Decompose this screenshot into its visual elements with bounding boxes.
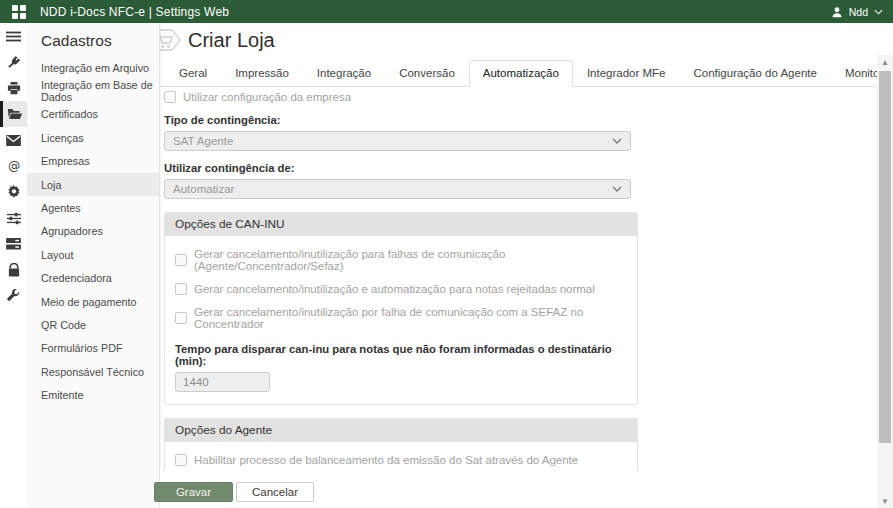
main-area: Criar Loja GeralImpressãoIntegraçãoConve… xyxy=(160,23,877,508)
checkbox-label: Gerar cancelamento/inutilização e automa… xyxy=(194,283,595,295)
sidebar-item-emitente[interactable]: Emitente xyxy=(27,383,159,406)
sidebar-item-integracao-em-arquivo[interactable]: Integração em Arquivo xyxy=(27,56,159,79)
sidebar-item-loja[interactable]: Loja xyxy=(27,173,159,196)
svg-text:@: @ xyxy=(7,159,19,173)
section-title: Opções de CAN-INU xyxy=(165,213,637,236)
section-opcoes-do-agente: Opções do AgenteHabilitar processo de ba… xyxy=(164,418,638,470)
chevron-down-icon xyxy=(612,184,622,194)
user-icon xyxy=(831,6,843,18)
sliders-icon xyxy=(7,212,21,225)
sidebar-item-empresas[interactable]: Empresas xyxy=(27,150,159,173)
sidebar-menu: Integração em ArquivoIntegração em Base … xyxy=(27,56,159,407)
icon-rail: @ xyxy=(0,23,27,508)
sidebar-item-responsavel-tecnico[interactable]: Responsável Técnico xyxy=(27,360,159,383)
sidebar-item-credenciadora[interactable]: Credenciadora xyxy=(27,267,159,290)
rail-item-folder-open[interactable] xyxy=(0,101,27,127)
lock-icon xyxy=(8,263,20,277)
rail-item-menu[interactable] xyxy=(0,23,27,49)
chevron-down-icon xyxy=(612,136,622,146)
chevron-down-icon xyxy=(874,9,883,15)
contingency-use-select[interactable]: Automatizar xyxy=(164,179,631,199)
checkbox-gerar-cancelamento-inutilizacao-e-automatizacao-para[interactable]: Gerar cancelamento/inutilização e automa… xyxy=(175,283,627,295)
sidebar-item-meio-de-pagamento[interactable]: Meio de pagamento xyxy=(27,290,159,313)
rail-item-server[interactable] xyxy=(0,231,27,257)
section-title: Opções do Agente xyxy=(165,419,637,442)
footer: Gravar Cancelar xyxy=(160,470,877,508)
checkbox-box[interactable] xyxy=(175,312,187,324)
contingency-type-label: Tipo de contingência: xyxy=(164,114,638,126)
page-head: Criar Loja xyxy=(150,26,275,54)
form-sections: Opções de CAN-INUGerar cancelamento/inut… xyxy=(164,212,638,470)
sidebar-item-licencas[interactable]: Licenças xyxy=(27,126,159,149)
checkbox-gerar-cancelamento-inutilizacao-por-falha-de[interactable]: Gerar cancelamento/inutilização por falh… xyxy=(175,306,627,330)
rail-item-gear[interactable] xyxy=(0,179,27,205)
contingency-type-select[interactable]: SAT Agente xyxy=(164,131,631,151)
sidebar-item-qr-code[interactable]: QR Code xyxy=(27,313,159,336)
scroll-up-icon[interactable]: ▲ xyxy=(877,55,893,69)
user-name: Ndd xyxy=(849,6,868,18)
sidebar-item-agrupadores[interactable]: Agrupadores xyxy=(27,220,159,243)
user-menu[interactable]: Ndd xyxy=(831,6,883,18)
cancel-button[interactable]: Cancelar xyxy=(236,482,314,502)
sidebar-item-layout[interactable]: Layout xyxy=(27,243,159,266)
rail-item-lock[interactable] xyxy=(0,257,27,283)
checkbox-gerar-cancelamento-inutilizacao-para-falhas-de[interactable]: Gerar cancelamento/inutilização para fal… xyxy=(175,248,627,272)
contingency-use-label: Utilizar contingência de: xyxy=(164,162,638,174)
scroll-down-icon[interactable]: ▼ xyxy=(877,494,893,508)
sidebar-header: Cadastros xyxy=(27,23,159,56)
mail-icon xyxy=(6,135,21,146)
select-value: SAT Agente xyxy=(173,135,233,147)
select-value: Automatizar xyxy=(173,183,234,195)
save-button[interactable]: Gravar xyxy=(154,482,233,502)
sidebar-item-formularios-pdf[interactable]: Formulários PDF xyxy=(27,337,159,360)
sidebar-item-certificados[interactable]: Certificados xyxy=(27,103,159,126)
sidebar: Cadastros Integração em ArquivoIntegraçã… xyxy=(27,23,160,508)
checkbox-box[interactable] xyxy=(164,91,176,103)
at-sign-icon: @ xyxy=(7,159,21,173)
sidebar-item-agentes[interactable]: Agentes xyxy=(27,196,159,219)
folder-open-icon xyxy=(7,108,23,120)
scroll-thumb[interactable] xyxy=(879,71,891,443)
tab-content: Utilizar configuração da empresa Tipo de… xyxy=(160,83,876,470)
app-title: NDD i-Docs NFC-e | Settings Web xyxy=(40,5,229,19)
printer-icon xyxy=(7,82,21,95)
checkbox-box[interactable] xyxy=(175,254,187,266)
wrench-icon xyxy=(7,289,20,303)
rail-item-at-sign[interactable]: @ xyxy=(0,153,27,179)
topbar: NDD i-Docs NFC-e | Settings Web Ndd xyxy=(0,0,893,23)
rail-item-mail[interactable] xyxy=(0,127,27,153)
checkbox-label: Gerar cancelamento/inutilização para fal… xyxy=(194,248,627,272)
checkbox-label: Gerar cancelamento/inutilização por falh… xyxy=(194,306,627,330)
menu-icon xyxy=(6,31,21,42)
checkbox-box[interactable] xyxy=(175,283,187,295)
server-icon xyxy=(6,238,21,250)
checkbox-habilitar-processo-de-balanceamento-da-emissao[interactable]: Habilitar processo de balanceamento da e… xyxy=(175,454,627,466)
page-title: Criar Loja xyxy=(188,29,275,52)
apps-grid-icon[interactable] xyxy=(12,5,26,19)
checkbox-label: Habilitar processo de balanceamento da e… xyxy=(194,454,578,466)
gear-icon xyxy=(7,185,21,199)
checkbox-utilizar-configuracao-da-empresa[interactable]: Utilizar configuração da empresa xyxy=(164,91,638,103)
section-body: Gerar cancelamento/inutilização para fal… xyxy=(165,236,637,404)
field-label: Tempo para disparar can-inu para notas q… xyxy=(175,343,627,367)
field-input-tempo-para-disparar-can[interactable] xyxy=(175,372,270,392)
rail-item-sliders[interactable] xyxy=(0,205,27,231)
checkbox-label: Utilizar configuração da empresa xyxy=(183,91,351,103)
form: Utilizar configuração da empresa Tipo de… xyxy=(164,91,638,470)
section-opcoes-de-can-inu: Opções de CAN-INUGerar cancelamento/inut… xyxy=(164,212,638,405)
plug-icon xyxy=(7,55,21,69)
section-body: Habilitar processo de balanceamento da e… xyxy=(165,442,637,470)
rail-item-wrench[interactable] xyxy=(0,283,27,309)
rail-item-printer[interactable] xyxy=(0,75,27,101)
scrollbar[interactable]: ▲ ▼ xyxy=(877,55,893,508)
checkbox-box[interactable] xyxy=(175,454,187,466)
sidebar-item-integracao-em-base-de-dados[interactable]: Integração em Base de Dados xyxy=(27,79,159,102)
rail-item-plug[interactable] xyxy=(0,49,27,75)
